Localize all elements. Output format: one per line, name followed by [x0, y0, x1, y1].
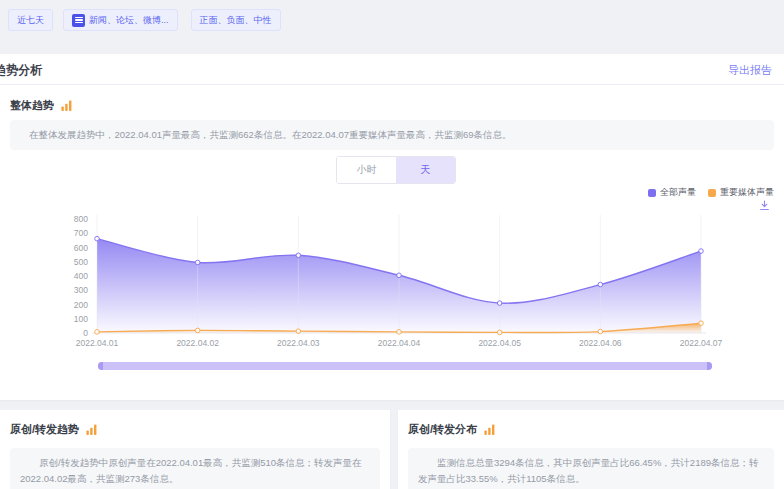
- origin-trend-chart-icon: [85, 423, 98, 436]
- trend-chart-icon: [60, 99, 73, 112]
- filter-chip-date-range[interactable]: 近七天: [8, 9, 53, 31]
- y-axis-label: 200: [74, 300, 88, 310]
- section-title-origin-distribution: 原创/转发分布: [408, 422, 477, 437]
- data-point: [598, 329, 603, 334]
- data-point: [497, 301, 502, 306]
- x-axis-label: 2022.04.02: [176, 338, 219, 348]
- y-axis-label: 100: [74, 314, 88, 324]
- data-point: [95, 236, 100, 241]
- data-point: [397, 330, 402, 335]
- data-point: [195, 260, 200, 265]
- scrollbar-handle-right[interactable]: [707, 362, 712, 370]
- legend-swatch-media: [708, 189, 716, 197]
- date-range-label: 近七天: [17, 14, 44, 27]
- app-root: 近七天 新闻、论坛、微博... 正面、负面、中性 趋势分析 导出报告 整体趋势 …: [0, 0, 784, 489]
- legend-label-media: 重要媒体声量: [720, 186, 774, 199]
- granularity-day-button[interactable]: 天: [396, 157, 455, 183]
- trend-area-chart[interactable]: 01002003004005006007008002022.04.012022.…: [0, 206, 784, 356]
- data-point: [195, 328, 200, 333]
- x-axis-label: 2022.04.04: [378, 338, 421, 348]
- legend-label-total: 全部声量: [660, 186, 696, 199]
- data-point: [699, 321, 704, 326]
- trend-area-chart-svg: 01002003004005006007008002022.04.012022.…: [0, 206, 784, 356]
- data-point: [397, 273, 402, 278]
- granularity-hour-button[interactable]: 小时: [337, 157, 396, 183]
- section-title-origin-trend: 原创/转发趋势: [10, 422, 79, 437]
- filter-chip-sources[interactable]: 新闻、论坛、微博...: [63, 9, 178, 31]
- origin-trend-card: 原创/转发趋势 原创/转发趋势中原创声量在2022.04.01最高，共监测510…: [0, 410, 390, 489]
- export-report-link[interactable]: 导出报告: [728, 63, 772, 78]
- chart-scrollbar[interactable]: [98, 362, 712, 370]
- sentiment-label: 正面、负面、中性: [200, 14, 272, 27]
- card-header: 趋势分析 导出报告: [0, 54, 784, 85]
- origin-trend-summary: 原创/转发趋势中原创声量在2022.04.01最高，共监测510条信息；转发声量…: [10, 448, 380, 489]
- sources-icon: [72, 14, 85, 27]
- y-axis-label: 800: [74, 214, 88, 224]
- data-point: [699, 249, 704, 254]
- data-point: [296, 329, 301, 334]
- y-axis-label: 700: [74, 228, 88, 238]
- sources-label: 新闻、论坛、微博...: [89, 14, 169, 27]
- origin-distribution-header: 原创/转发分布: [408, 422, 496, 437]
- chart-legend: 全部声量 重要媒体声量: [648, 186, 774, 199]
- x-axis-label: 2022.04.01: [76, 338, 119, 348]
- filter-chip-sentiment[interactable]: 正面、负面、中性: [191, 9, 281, 31]
- y-axis-label: 500: [74, 257, 88, 267]
- data-point: [95, 330, 100, 335]
- page-title: 趋势分析: [0, 62, 42, 79]
- legend-item-media-volume[interactable]: 重要媒体声量: [708, 186, 774, 199]
- y-axis-label: 0: [83, 328, 88, 338]
- section-title-overall-trend: 整体趋势: [10, 98, 54, 113]
- legend-item-total-volume[interactable]: 全部声量: [648, 186, 696, 199]
- trend-analysis-card: 趋势分析 导出报告 整体趋势 在整体发展趋势中，2022.04.01声量最高，共…: [0, 54, 784, 400]
- origin-trend-header: 原创/转发趋势: [10, 422, 98, 437]
- filter-bar: 近七天 新闻、论坛、微博... 正面、负面、中性: [8, 9, 281, 31]
- overall-trend-header: 整体趋势: [10, 98, 73, 113]
- x-axis-label: 2022.04.07: [680, 338, 723, 348]
- y-axis-label: 400: [74, 271, 88, 281]
- y-axis-label: 600: [74, 243, 88, 253]
- data-point: [296, 253, 301, 258]
- x-axis-label: 2022.04.03: [277, 338, 320, 348]
- x-axis-label: 2022.04.05: [478, 338, 521, 348]
- overall-summary: 在整体发展趋势中，2022.04.01声量最高，共监测662条信息。在2022.…: [10, 120, 774, 150]
- data-point: [598, 282, 603, 287]
- data-point: [497, 330, 502, 335]
- y-axis-label: 300: [74, 285, 88, 295]
- origin-distribution-chart-icon: [483, 423, 496, 436]
- legend-swatch-total: [648, 189, 656, 197]
- origin-distribution-card: 原创/转发分布 监测信息总量3294条信息，其中原创声量占比66.45%，共计2…: [398, 410, 784, 489]
- origin-distribution-summary: 监测信息总量3294条信息，其中原创声量占比66.45%，共计2189条信息；转…: [408, 448, 774, 489]
- scrollbar-handle-left[interactable]: [98, 362, 103, 370]
- granularity-toggle: 小时 天: [336, 156, 456, 184]
- x-axis-label: 2022.04.06: [579, 338, 622, 348]
